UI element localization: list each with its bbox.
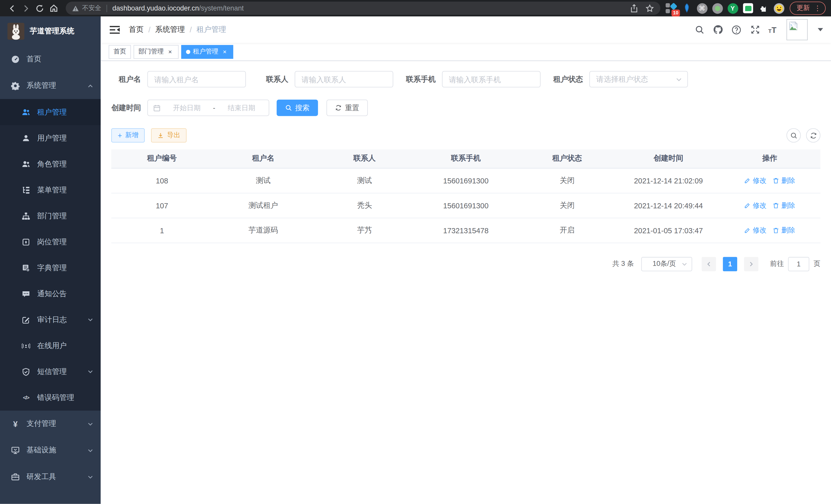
bookmark-star-icon[interactable] <box>646 4 654 12</box>
export-button[interactable]: 导出 <box>151 128 187 143</box>
edit-link[interactable]: 修改 <box>744 226 767 235</box>
sidebar-item-error-code[interactable]: </> 错误码管理 <box>0 385 101 411</box>
sidebar-item-devtools[interactable]: 研发工具 <box>0 464 101 490</box>
address-bar[interactable]: 不安全 dashboard.yudao.iocoder.cn/system/te… <box>66 2 660 15</box>
sidebar-item-online-users[interactable]: 在线用户 <box>0 333 101 359</box>
extension-record-icon[interactable] <box>712 3 723 13</box>
pagination-total: 共 3 条 <box>612 259 634 269</box>
sidebar-item-label: 首页 <box>26 55 41 64</box>
export-button-label: 导出 <box>167 131 180 140</box>
search-button[interactable]: 搜索 <box>277 100 318 116</box>
user-avatar[interactable] <box>786 19 808 40</box>
goto-page-input[interactable] <box>788 257 809 271</box>
sidebar-item-post[interactable]: 岗位管理 <box>0 229 101 255</box>
sidebar-item-dept[interactable]: 部门管理 <box>0 203 101 229</box>
cell-tenant-name: 测试 <box>212 168 314 193</box>
cell-status: 关闭 <box>516 168 618 193</box>
next-page-button[interactable] <box>744 257 758 271</box>
share-icon[interactable] <box>630 4 638 12</box>
sidebar-item-user[interactable]: 用户管理 <box>0 125 101 151</box>
app-logo <box>7 23 24 40</box>
breadcrumb-system[interactable]: 系统管理 <box>155 25 185 34</box>
cell-mobile: 15601691300 <box>415 168 516 193</box>
add-button[interactable]: + 新增 <box>111 128 145 143</box>
tab-close-icon[interactable]: × <box>167 48 174 56</box>
profile-avatar-icon[interactable] <box>773 3 784 13</box>
warning-triangle-icon <box>72 5 79 11</box>
breadcrumb-current: 租户管理 <box>197 25 226 34</box>
edit-link[interactable]: 修改 <box>744 201 767 210</box>
sidebar-collapse-icon[interactable] <box>109 24 120 35</box>
sidebar-item-pay[interactable]: ¥ 支付管理 <box>0 411 101 437</box>
extension-y-icon[interactable]: Y <box>727 3 738 13</box>
extension-command-icon[interactable]: ⌘ <box>696 3 708 13</box>
cell-created: 2021-01-05 17:03:47 <box>618 218 719 243</box>
tenant-name-input[interactable] <box>147 71 246 87</box>
prev-page-button[interactable] <box>702 257 716 271</box>
avatar-dropdown-caret-icon[interactable] <box>818 28 823 31</box>
sidebar-item-audit-log[interactable]: 审计日志 <box>0 307 101 333</box>
table-row: 107 测试租户 秃头 15601691300 关闭 2021-12-14 20… <box>111 193 821 218</box>
sidebar-item-label: 审计日志 <box>37 315 67 324</box>
status-select[interactable]: 请选择租户状态 <box>590 71 688 87</box>
extension-chat-icon[interactable] <box>743 3 754 13</box>
sidebar-item-label: 角色管理 <box>37 159 67 169</box>
goto-label: 前往 <box>770 259 784 269</box>
fullscreen-icon[interactable] <box>750 24 760 35</box>
sidebar-item-menu[interactable]: 菜单管理 <box>0 177 101 203</box>
header-search-icon[interactable] <box>694 24 705 35</box>
show-search-toggle-button[interactable] <box>786 128 801 143</box>
extension-kite-icon[interactable] <box>681 3 692 13</box>
breadcrumb-home[interactable]: 首页 <box>129 25 144 34</box>
tab-dept[interactable]: 部门管理 × <box>134 45 179 59</box>
update-label: 更新 <box>797 4 810 12</box>
tab-close-icon[interactable]: × <box>221 48 228 56</box>
sidebar-item-label: 基础设施 <box>26 446 56 455</box>
tab-tenant[interactable]: 租户管理 × <box>181 45 233 59</box>
sidebar-item-sms[interactable]: 短信管理 <box>0 359 101 385</box>
page-size-select[interactable]: 10条/页 <box>641 257 692 271</box>
chevron-down-icon <box>87 447 93 453</box>
help-icon[interactable] <box>731 24 742 35</box>
browser-menu-kebab-icon[interactable]: ⋮ <box>814 4 821 12</box>
browser-update-button[interactable]: 更新 ⋮ <box>790 2 826 15</box>
extensions-puzzle-icon[interactable] <box>758 3 769 13</box>
sidebar-item-label: 字典管理 <box>37 263 67 272</box>
edit-link[interactable]: 修改 <box>744 176 767 185</box>
contact-input[interactable] <box>295 71 393 87</box>
page-number-1[interactable]: 1 <box>723 257 737 271</box>
font-size-icon[interactable]: TT <box>768 25 776 34</box>
sidebar-item-home[interactable]: 首页 <box>0 46 101 72</box>
delete-link[interactable]: 删除 <box>773 201 795 210</box>
browser-reload-button[interactable] <box>33 1 47 15</box>
table-row: 1 芋道源码 芋艿 17321315478 开启 2021-01-05 17:0… <box>111 218 821 243</box>
not-secure-indicator[interactable]: 不安全 <box>72 4 101 12</box>
sidebar-item-role[interactable]: 角色管理 <box>0 151 101 177</box>
mobile-label: 联系手机 <box>406 75 442 84</box>
sidebar-item-infra[interactable]: 基础设施 <box>0 437 101 464</box>
browser-back-button[interactable] <box>5 1 19 15</box>
delete-link[interactable]: 删除 <box>773 226 795 235</box>
filter-row-1: 租户名 联系人 联系手机 租户状态 请选择租户状态 <box>111 71 821 87</box>
cell-tenant-id: 108 <box>111 168 212 193</box>
org-chart-icon <box>22 212 30 220</box>
date-range-picker[interactable]: 开始日期 - 结束日期 <box>147 100 269 116</box>
tab-home[interactable]: 首页 <box>109 45 131 59</box>
extension-sidebar-icon[interactable]: 10 <box>666 3 677 13</box>
sidebar-item-notice[interactable]: 通知公告 <box>0 281 101 307</box>
reset-button[interactable]: 重置 <box>326 100 368 116</box>
browser-forward-button[interactable] <box>19 1 33 15</box>
broken-image-icon <box>788 21 799 31</box>
page-unit-label: 页 <box>813 259 821 269</box>
sidebar-logo-row[interactable]: 芋道管理系统 <box>0 17 101 46</box>
sidebar-item-dict[interactable]: 字典管理 <box>0 255 101 281</box>
sidebar-item-system[interactable]: 系统管理 <box>0 73 101 99</box>
delete-link[interactable]: 删除 <box>773 176 795 185</box>
github-icon[interactable] <box>713 24 723 35</box>
browser-home-button[interactable] <box>47 1 61 15</box>
refresh-table-button[interactable] <box>806 128 821 143</box>
user-icon <box>22 134 30 142</box>
mobile-input[interactable] <box>442 71 541 87</box>
url-host: dashboard.yudao.iocoder.cn <box>112 4 199 12</box>
sidebar-item-tenant[interactable]: 租户管理 <box>0 99 101 125</box>
